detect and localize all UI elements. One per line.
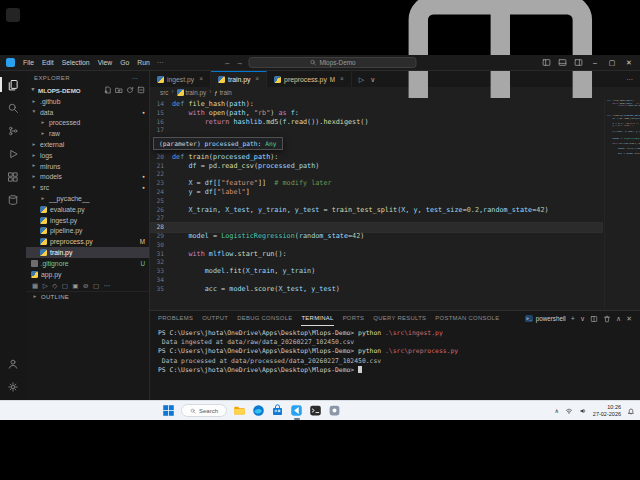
project-section-header[interactable]: ▾ MLOPS-DEMO: [26, 84, 149, 96]
menu-item-view[interactable]: View: [94, 59, 117, 66]
menu-item-edit[interactable]: Edit: [38, 59, 58, 66]
code-line-28[interactable]: 28: [150, 223, 602, 232]
code-line-24[interactable]: 24 y = df["label"]: [150, 188, 602, 197]
tree-item-preprocess.py[interactable]: preprocess.pyM: [26, 236, 149, 247]
code-line-33[interactable]: 33 model.fit(X_train, y_train): [150, 267, 602, 276]
notification-bell-icon[interactable]: [627, 407, 635, 415]
tab-ingest.py[interactable]: ingest.py×: [150, 71, 211, 87]
taskbar-app-vscode[interactable]: [290, 404, 303, 417]
new-file-icon[interactable]: [104, 86, 112, 94]
refresh-icon[interactable]: [126, 86, 134, 94]
menu-item-selection[interactable]: Selection: [58, 59, 94, 66]
activity-source-control[interactable]: [0, 119, 26, 142]
taskbar-clock[interactable]: 10:26 27-02-2026: [593, 404, 621, 417]
code-editor[interactable]: 14def file_hash(path):15 with open(path,…: [150, 98, 640, 310]
code-line-27[interactable]: 27: [150, 214, 602, 223]
code-line-30[interactable]: 30: [150, 241, 602, 250]
breadcrumb-item-src[interactable]: src: [160, 89, 168, 96]
maximize-icon[interactable]: ▢: [605, 59, 619, 66]
toggle-secondary-sidebar-icon[interactable]: [574, 58, 583, 67]
code-line-26[interactable]: 26 X_train, X_test, y_train, y_test = tr…: [150, 206, 602, 215]
tree-item-.gitignore[interactable]: .gitignoreU: [26, 258, 149, 269]
wifi-icon[interactable]: [565, 407, 573, 415]
code-line-16[interactable]: 16 return hashlib.md5(f.read()).hexdiges…: [150, 118, 602, 127]
tree-item-train.py[interactable]: train.py: [26, 247, 149, 258]
code-line-23[interactable]: 23 X = df[["feature"]] # modify later: [150, 179, 602, 188]
run-python-file-icon[interactable]: ▷: [359, 76, 364, 83]
toggle-sidebar-icon[interactable]: [542, 58, 551, 67]
panel-tab-query-results[interactable]: QUERY RESULTS: [373, 311, 426, 326]
code-line-35[interactable]: 35 acc = model.score(X_test, y_test): [150, 285, 602, 294]
tree-item-app.py[interactable]: app.py: [26, 269, 149, 280]
command-center-search[interactable]: Mlops-Demo: [249, 57, 417, 68]
activity-extensions[interactable]: [0, 165, 26, 188]
breadcrumb-item-train.py[interactable]: train.py: [177, 89, 207, 96]
panel-tab-output[interactable]: OUTPUT: [202, 311, 228, 326]
terminal-instance[interactable]: >_ powershell: [525, 315, 566, 323]
tree-item-data[interactable]: ▾data●: [26, 107, 149, 118]
sidebar-footer-icon[interactable]: ▢: [62, 283, 68, 290]
maximize-panel-icon[interactable]: ∧: [616, 315, 621, 322]
explorer-more-icon[interactable]: ⋯: [129, 75, 141, 81]
tree-item-pipeline.py[interactable]: pipeline.py: [26, 226, 149, 237]
panel-tab-postman-console[interactable]: POSTMAN CONSOLE: [435, 311, 499, 326]
history-forward-icon[interactable]: →: [236, 59, 244, 67]
sidebar-footer-icon[interactable]: ⋯: [104, 283, 111, 290]
breadcrumb-item-train[interactable]: ƒtrain: [214, 89, 232, 96]
history-back-icon[interactable]: ←: [224, 59, 232, 67]
tree-item-raw[interactable]: ▸raw: [26, 128, 149, 139]
activity-run-debug[interactable]: [0, 142, 26, 165]
taskbar-search[interactable]: Search: [181, 404, 227, 417]
tree-item-mlruns[interactable]: ▸mlruns: [26, 161, 149, 172]
sidebar-footer-icon[interactable]: ▢: [93, 283, 99, 290]
start-button[interactable]: [162, 404, 175, 417]
tab-preprocess.py[interactable]: preprocess.pyM×: [267, 71, 352, 87]
menu-item-file[interactable]: File: [19, 59, 38, 66]
sidebar-footer-icon[interactable]: ◇: [52, 283, 57, 290]
activity-search[interactable]: [0, 96, 26, 119]
toggle-panel-icon[interactable]: [558, 58, 567, 67]
new-terminal-icon[interactable]: +: [571, 315, 575, 322]
vscode-logo-icon[interactable]: [6, 58, 15, 67]
close-icon[interactable]: ✕: [622, 59, 636, 66]
terminal-dropdown-icon[interactable]: ∨: [580, 315, 585, 322]
panel-tab-debug-console[interactable]: DEBUG CONSOLE: [237, 311, 292, 326]
collapse-all-icon[interactable]: [137, 86, 145, 94]
taskbar-app-app[interactable]: [328, 404, 341, 417]
close-tab-icon[interactable]: ×: [199, 76, 203, 83]
activity-account[interactable]: [0, 352, 26, 375]
sidebar-footer-icon[interactable]: ⊘: [83, 283, 88, 290]
menu-item-go[interactable]: Go: [116, 59, 133, 66]
terminal-line[interactable]: PS C:\Users\jhota\OneDrive\Apps\Desktop\…: [158, 347, 640, 356]
code-line-31[interactable]: 31 with mlflow.start_run():: [150, 250, 602, 259]
taskbar-app-edge[interactable]: [252, 404, 265, 417]
sidebar-footer-icon[interactable]: ▣: [72, 283, 78, 290]
panel-tab-terminal[interactable]: TERMINAL: [301, 311, 333, 326]
tree-item-models[interactable]: ▸models●: [26, 172, 149, 183]
tree-item-src[interactable]: ▾src●: [26, 182, 149, 193]
minimap[interactable]: def file_hash(path): with open(path, "rb…: [604, 98, 640, 310]
kill-terminal-icon[interactable]: [603, 315, 611, 323]
terminal-line[interactable]: PS C:\Users\jhota\OneDrive\Apps\Desktop\…: [158, 366, 640, 375]
tree-item-ingest.py[interactable]: ingest.py: [26, 215, 149, 226]
code-line-14[interactable]: 14def file_hash(path):: [150, 100, 602, 109]
code-line-21[interactable]: 21 df = pd.read_csv(processed_path): [150, 162, 602, 171]
tree-item-.github[interactable]: ▸.github: [26, 96, 149, 107]
tree-item-processed[interactable]: ▸processed: [26, 118, 149, 129]
taskbar-app-store[interactable]: [271, 404, 284, 417]
panel-tab-ports[interactable]: PORTS: [343, 311, 365, 326]
close-tab-icon[interactable]: ×: [340, 76, 344, 83]
split-terminal-icon[interactable]: [590, 315, 598, 323]
code-line-34[interactable]: 34: [150, 276, 602, 285]
panel-tab-problems[interactable]: PROBLEMS: [158, 311, 193, 326]
terminal[interactable]: PS C:\Users\jhota\OneDrive\Apps\Desktop\…: [150, 326, 640, 400]
tree-item-evaluate.py[interactable]: evaluate.py: [26, 204, 149, 215]
outline-section[interactable]: ▸ OUTLINE: [26, 291, 149, 302]
code-line-17[interactable]: 17: [150, 126, 602, 135]
activity-database[interactable]: [0, 188, 26, 211]
minimize-icon[interactable]: –: [588, 59, 602, 66]
volume-icon[interactable]: [579, 407, 587, 415]
tree-item-__pycache__[interactable]: ▸__pycache__: [26, 193, 149, 204]
editor-more-icon[interactable]: ⋯: [626, 76, 633, 83]
run-dropdown-icon[interactable]: ∨: [370, 76, 375, 83]
